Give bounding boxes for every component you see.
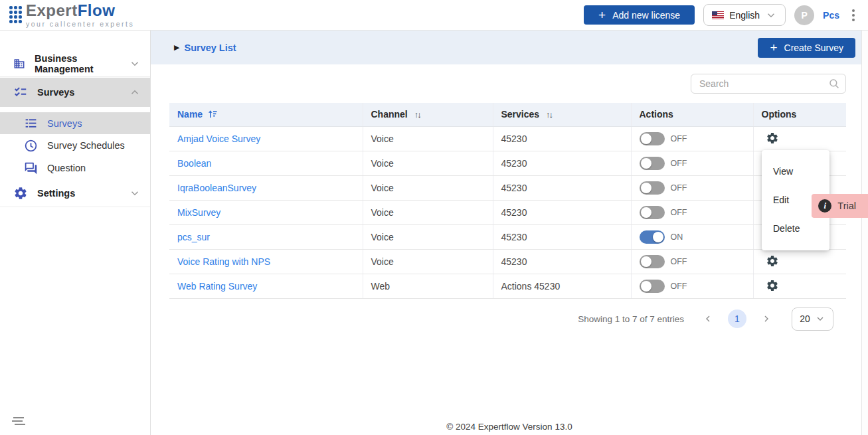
user-name[interactable]: Pcs xyxy=(823,10,839,21)
search-icon xyxy=(828,78,840,90)
chevron-down-icon xyxy=(765,9,777,21)
chevron-down-icon xyxy=(129,187,141,199)
breadcrumb[interactable]: Survey List xyxy=(184,43,236,53)
trial-badge: i Trial xyxy=(812,194,868,218)
table-body: Amjad Voice Survey Voice 45230 OFF Boole… xyxy=(169,126,846,298)
toggle-state-label: OFF xyxy=(671,159,687,168)
sidebar-item-business-management[interactable]: Business Management xyxy=(0,50,150,77)
language-selector[interactable]: English xyxy=(703,4,786,26)
menu-item-delete[interactable]: Delete xyxy=(762,214,829,242)
status-toggle[interactable] xyxy=(640,157,665,170)
sidebar-subitem-surveys[interactable]: Surveys xyxy=(0,112,150,134)
logo-text-expert: Expert xyxy=(26,1,78,19)
table-row: Amjad Voice Survey Voice 45230 OFF xyxy=(169,126,846,151)
survey-name-link[interactable]: Boolean xyxy=(177,158,211,169)
status-toggle[interactable] xyxy=(640,255,665,268)
sidebar-subitem-survey-schedules[interactable]: Survey Schedules xyxy=(0,134,150,157)
channel-cell: Voice xyxy=(363,249,493,274)
list-icon xyxy=(24,116,38,130)
chevron-right-icon xyxy=(761,313,772,324)
table-row: IqraBooleanSurvey Voice 45230 OFF xyxy=(169,175,846,200)
services-cell: 45230 xyxy=(493,200,631,224)
table-header-row: Name Channel↑↓ Services↑↓ Actions Option… xyxy=(169,103,846,126)
status-toggle[interactable] xyxy=(640,280,665,293)
pagination: Showing 1 to 7 of 7 entries 1 20 xyxy=(151,307,868,331)
menu-item-view[interactable]: View xyxy=(762,157,829,185)
kebab-menu-icon[interactable] xyxy=(848,7,859,24)
language-selected: English xyxy=(729,10,760,21)
toggle-state-label: OFF xyxy=(671,282,687,291)
avatar[interactable]: P xyxy=(794,5,814,25)
chevron-down-icon xyxy=(129,58,141,70)
column-header-services[interactable]: Services↑↓ xyxy=(493,103,631,126)
page-number-button[interactable]: 1 xyxy=(728,309,746,328)
channel-cell: Voice xyxy=(363,200,493,224)
toggle-state-label: ON xyxy=(671,232,683,242)
add-new-license-button[interactable]: + Add new license xyxy=(584,5,695,25)
status-toggle[interactable] xyxy=(640,230,665,244)
info-icon: i xyxy=(818,199,831,213)
channel-cell: Web xyxy=(363,274,493,298)
expertflow-logo: ExpertFlow your callcenter experts xyxy=(9,3,134,28)
survey-name-link[interactable]: pcs_sur xyxy=(177,232,210,242)
channel-cell: Voice xyxy=(363,151,493,175)
column-header-options: Options xyxy=(753,103,846,126)
plus-icon: + xyxy=(770,41,777,54)
plus-icon: + xyxy=(598,9,606,21)
table-row: Boolean Voice 45230 OFF xyxy=(169,151,846,175)
table-row: pcs_sur Voice 45230 ON xyxy=(169,224,846,249)
sidebar: Business Management Surveys Surveys Surv… xyxy=(0,31,151,435)
services-cell: 45230 xyxy=(493,175,631,200)
top-header: ExpertFlow your callcenter experts + Add… xyxy=(0,0,868,31)
sidebar-item-surveys[interactable]: Surveys xyxy=(0,78,150,107)
survey-name-link[interactable]: Voice Rating with NPS xyxy=(177,256,270,267)
survey-name-link[interactable]: Web Rating Survey xyxy=(177,281,257,292)
search-input[interactable] xyxy=(691,74,846,94)
breadcrumb-bar: ▶ Survey List + Create Survey xyxy=(151,31,868,64)
previous-page-button[interactable] xyxy=(701,312,715,325)
toggle-state-label: OFF xyxy=(671,134,687,143)
sidebar-subitem-question[interactable]: Question xyxy=(0,157,150,179)
channel-cell: Voice xyxy=(363,224,493,249)
toggle-state-label: OFF xyxy=(671,208,687,217)
clock-icon xyxy=(24,139,38,153)
sort-both-icon[interactable]: ↑↓ xyxy=(414,110,420,120)
toggle-state-label: OFF xyxy=(671,183,687,193)
row-options-gear-icon[interactable] xyxy=(762,130,780,147)
logo-tagline: your callcenter experts xyxy=(26,20,134,28)
logo-dots-icon xyxy=(9,6,22,23)
collapse-sidebar-icon[interactable] xyxy=(13,417,27,427)
column-header-channel[interactable]: Channel↑↓ xyxy=(363,103,493,126)
services-cell: 45230 xyxy=(493,151,631,175)
sort-both-icon[interactable]: ↑↓ xyxy=(546,110,552,120)
chevron-up-icon xyxy=(129,86,141,98)
services-cell: 45230 xyxy=(493,249,631,274)
main-content: ▶ Survey List + Create Survey Name Chann… xyxy=(151,31,868,435)
pagination-summary: Showing 1 to 7 of 7 entries xyxy=(578,314,684,324)
checklist-icon xyxy=(13,85,28,100)
status-toggle[interactable] xyxy=(640,181,665,195)
column-header-name[interactable]: Name xyxy=(169,103,363,126)
status-toggle[interactable] xyxy=(640,132,665,145)
table-row: Web Rating Survey Web Actions 45230 OFF xyxy=(169,274,846,298)
us-flag-icon xyxy=(712,11,724,19)
trial-label: Trial xyxy=(837,201,856,211)
row-options-gear-icon[interactable] xyxy=(762,253,780,270)
services-cell: 45230 xyxy=(493,224,631,249)
sort-ascending-icon[interactable] xyxy=(208,109,218,119)
status-toggle[interactable] xyxy=(640,206,665,219)
scrollbar[interactable] xyxy=(861,31,868,435)
next-page-button[interactable] xyxy=(760,312,773,325)
survey-name-link[interactable]: IqraBooleanSurvey xyxy=(177,183,256,193)
channel-cell: Voice xyxy=(363,126,493,151)
sidebar-item-settings[interactable]: Settings xyxy=(0,179,150,207)
survey-name-link[interactable]: Amjad Voice Survey xyxy=(177,133,260,144)
toggle-state-label: OFF xyxy=(671,257,687,266)
page-size-select[interactable]: 20 xyxy=(792,307,833,331)
row-options-gear-icon[interactable] xyxy=(762,278,780,294)
gear-icon xyxy=(13,186,28,201)
create-survey-button[interactable]: + Create Survey xyxy=(758,38,855,58)
survey-name-link[interactable]: MixSurvey xyxy=(177,207,220,218)
chevron-down-icon xyxy=(815,313,825,324)
survey-table: Name Channel↑↓ Services↑↓ Actions Option… xyxy=(169,103,846,299)
